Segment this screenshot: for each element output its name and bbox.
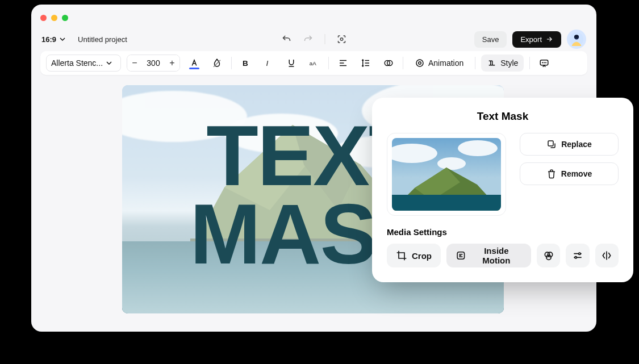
font-size-stepper[interactable]: − + [127,55,180,72]
aspect-ratio-select[interactable]: 16:9 [41,35,65,44]
text-mask-panel: Text Mask Repla [372,98,633,282]
font-family-label: Allerta Stenc... [51,58,103,68]
flip-icon [601,250,612,261]
bold-button[interactable]: B [237,55,254,72]
svg-rect-3 [574,35,578,38]
blend-button[interactable] [380,55,397,72]
style-button[interactable]: Style [481,55,524,72]
comment-button[interactable] [536,55,553,72]
chevron-down-icon [60,36,65,42]
svg-point-0 [340,38,343,41]
svg-text:B: B [243,59,248,68]
arrow-right-icon [545,35,553,43]
italic-button[interactable]: I [260,55,277,72]
undo-button[interactable] [281,34,291,44]
avatar[interactable] [567,30,586,49]
flip-button[interactable] [595,244,619,267]
style-label: Style [500,58,518,68]
remove-button[interactable]: Remove [520,162,619,185]
filters-button[interactable] [537,244,560,267]
align-button[interactable] [335,55,352,72]
minimize-window-dot[interactable] [51,15,57,21]
svg-text:I: I [266,59,269,68]
aspect-ratio-label: 16:9 [41,35,56,44]
redo-button[interactable] [303,34,313,44]
animation-icon [415,58,425,68]
font-size-decrement[interactable]: − [127,55,142,71]
text-color-button[interactable] [186,55,203,72]
panel-title: Text Mask [387,110,619,123]
remove-label: Remove [561,169,592,178]
crop-icon [396,250,407,261]
window-controls [40,15,68,21]
export-button[interactable]: Export [512,31,561,48]
export-label: Export [520,35,542,44]
mask-image-preview[interactable] [387,133,506,216]
inside-motion-label: Inside Motion [471,246,522,265]
adjust-icon [572,250,583,261]
separator [328,57,329,69]
font-size-input[interactable] [142,58,165,68]
center-tools [281,34,346,44]
filters-icon [543,250,554,261]
separator [529,57,530,69]
trash-icon [546,169,557,179]
save-button[interactable]: Save [474,31,507,48]
crop-label: Crop [412,251,432,261]
font-family-select[interactable]: Allerta Stenc... [46,55,121,72]
animation-button[interactable]: Animation [409,55,469,72]
top-bar: 16:9 Untitled project Save Expor [31,30,596,49]
chevron-down-icon [106,60,112,66]
motion-icon [456,250,466,261]
scan-button[interactable] [336,34,346,44]
line-spacing-button[interactable] [357,55,374,72]
animation-label: Animation [428,58,463,68]
separator [403,57,403,69]
separator [475,57,475,69]
adjust-button[interactable] [566,244,589,267]
svg-rect-18 [548,141,553,146]
underline-button[interactable] [283,55,300,72]
svg-point-23 [579,253,580,254]
font-size-increment[interactable]: + [165,55,179,71]
media-settings-heading: Media Settings [387,227,619,237]
project-title[interactable]: Untitled project [78,35,127,44]
format-toolbar: Allerta Stenc... − + B I aA [40,51,587,75]
inside-motion-button[interactable]: Inside Motion [446,244,531,267]
separator [324,34,325,44]
replace-icon [546,139,557,149]
maximize-window-dot[interactable] [62,15,68,21]
replace-label: Replace [561,140,592,149]
svg-point-24 [575,257,577,258]
replace-button[interactable]: Replace [520,133,619,156]
svg-text:aA: aA [310,60,316,66]
style-icon [487,58,497,68]
svg-point-10 [419,62,421,65]
top-bar-right: Save Export [474,30,586,49]
crop-button[interactable]: Crop [387,244,441,267]
highlight-color-button[interactable] [208,55,225,72]
close-window-dot[interactable] [40,15,47,21]
text-case-button[interactable]: aA [306,55,323,72]
separator [231,57,232,69]
svg-point-22 [546,255,551,260]
svg-point-9 [416,60,423,66]
